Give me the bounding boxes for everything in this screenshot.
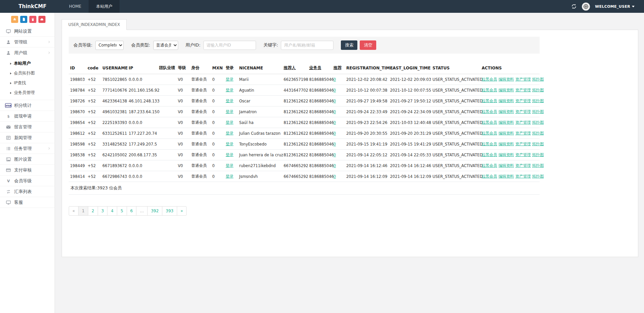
welcome-user-menu[interactable]: WELCOME_USER <box>595 4 635 9</box>
pagination-next[interactable]: » <box>177 206 187 216</box>
sidebar-subitem-member-topology[interactable]: 会员拓扑图 <box>0 68 55 78</box>
action-topology-link[interactable]: 拓扑图 <box>532 131 544 135</box>
action-topology-link[interactable]: 拓扑图 <box>532 109 544 114</box>
action-blacklist-link[interactable]: 拉黑会员 <box>482 152 497 157</box>
action-edit-profile-link[interactable]: 编辑资料 <box>498 120 514 125</box>
login-link[interactable]: 登录 <box>226 174 233 179</box>
pagination-page-4[interactable]: 4 <box>107 206 117 216</box>
action-blacklist-link[interactable]: 拉黑会员 <box>482 142 497 146</box>
recommend-count-link[interactable]: 0 <box>333 88 336 93</box>
action-edit-profile-link[interactable]: 编辑资料 <box>498 131 514 135</box>
action-blacklist-link[interactable]: 拉黑会员 <box>482 174 497 179</box>
login-link[interactable]: 登录 <box>226 98 233 103</box>
trash-quick-button[interactable] <box>29 16 36 23</box>
pagination-page-2[interactable]: 2 <box>88 206 98 216</box>
action-topology-link[interactable]: 拓扑图 <box>532 142 544 146</box>
login-link[interactable]: 登录 <box>226 109 233 114</box>
action-topology-link[interactable]: 拓扑图 <box>532 163 544 168</box>
action-asset-management-link[interactable]: 资产管理 <box>515 88 531 92</box>
sidebar-subitem-site-users[interactable]: 本站用户 <box>0 59 55 68</box>
sidebar-item-image-settings-row[interactable]: 图片设置 <box>0 154 55 164</box>
login-link[interactable]: 登录 <box>226 142 233 146</box>
login-link[interactable]: 登录 <box>226 131 233 135</box>
action-blacklist-link[interactable]: 拉黑会员 <box>482 77 497 82</box>
pagination-page-6[interactable]: 6 <box>127 206 137 216</box>
action-asset-management-link[interactable]: 资产管理 <box>515 98 531 103</box>
recommend-count-link[interactable]: 0 <box>333 120 336 125</box>
tab-user-index[interactable]: USER_INDEXADMIN_INDEX <box>62 19 127 30</box>
sidebar-subitem-salesman-management[interactable]: 业务员管理 <box>0 88 55 98</box>
sidebar-item-points-stats-row[interactable]: VISA积分统计 <box>0 100 55 111</box>
action-topology-link[interactable]: 拓扑图 <box>532 77 544 82</box>
action-blacklist-link[interactable]: 拉黑会员 <box>482 163 497 168</box>
docs-quick-button[interactable] <box>20 16 27 23</box>
action-asset-management-link[interactable]: 资产管理 <box>515 120 531 125</box>
action-asset-management-link[interactable]: 资产管理 <box>515 131 531 135</box>
user-id-input[interactable] <box>203 41 256 50</box>
action-topology-link[interactable]: 拓扑图 <box>532 174 544 179</box>
sidebar-item-site-settings-row[interactable]: 网站设置 <box>0 26 55 36</box>
sidebar-item-message-management-row[interactable]: 留言管理 <box>0 122 55 132</box>
sidebar-subitem-ip-search[interactable]: IP查找 <box>0 78 55 88</box>
recommend-count-link[interactable]: 0 <box>333 77 336 82</box>
action-asset-management-link[interactable]: 资产管理 <box>515 163 531 168</box>
action-topology-link[interactable]: 拓扑图 <box>532 98 544 103</box>
login-link[interactable]: 登录 <box>226 88 233 92</box>
action-blacklist-link[interactable]: 拉黑会员 <box>482 109 497 114</box>
login-link[interactable]: 登录 <box>226 77 233 82</box>
clear-button[interactable]: 清空 <box>360 40 376 50</box>
action-topology-link[interactable]: 拓扑图 <box>532 120 544 125</box>
member-type-select[interactable]: 普通会员 <box>153 41 178 50</box>
home-quick-button[interactable] <box>11 16 18 23</box>
nav-item-home[interactable]: HOME <box>62 0 89 13</box>
pagination-page-392[interactable]: 392 <box>147 206 162 216</box>
recommend-count-link[interactable]: 0 <box>333 131 336 136</box>
action-edit-profile-link[interactable]: 编辑资料 <box>498 77 514 82</box>
pagination-page-5[interactable]: 5 <box>117 206 127 216</box>
action-edit-profile-link[interactable]: 编辑资料 <box>498 109 514 114</box>
action-edit-profile-link[interactable]: 编辑资料 <box>498 88 514 92</box>
action-blacklist-link[interactable]: 拉黑会员 <box>482 120 497 125</box>
sidebar-item-user-group-row[interactable]: 用户组 <box>0 48 55 58</box>
action-topology-link[interactable]: 拓扑图 <box>532 152 544 157</box>
action-edit-profile-link[interactable]: 编辑资料 <box>498 98 514 103</box>
sidebar-item-withdraw-request-row[interactable]: $提现申请 <box>0 111 55 121</box>
login-link[interactable]: 登录 <box>226 163 233 168</box>
sidebar-item-news-management-row[interactable]: 新闻管理 <box>0 132 55 143</box>
column-header-referrer[interactable]: 推荐人 <box>282 62 308 74</box>
member-level-select[interactable]: Complete <box>95 41 124 50</box>
nav-item-site-users[interactable]: 本站用户 <box>89 0 120 13</box>
action-asset-management-link[interactable]: 资产管理 <box>515 77 531 82</box>
action-blacklist-link[interactable]: 拉黑会员 <box>482 98 497 103</box>
login-link[interactable]: 登录 <box>226 152 233 157</box>
sidebar-item-task-management-row[interactable]: 任务管理 <box>0 143 55 154</box>
sidebar-item-customer-service-row[interactable]: 客服 <box>0 197 55 208</box>
action-edit-profile-link[interactable]: 编辑资料 <box>498 142 514 146</box>
recommend-count-link[interactable]: 0 <box>333 174 336 179</box>
refresh-button[interactable] <box>571 4 577 9</box>
action-asset-management-link[interactable]: 资产管理 <box>515 174 531 179</box>
action-edit-profile-link[interactable]: 编辑资料 <box>498 174 514 179</box>
recommend-count-link[interactable]: 0 <box>333 163 336 168</box>
sidebar-item-admin-group-row[interactable]: 管理组 <box>0 37 55 47</box>
action-asset-management-link[interactable]: 资产管理 <box>515 109 531 114</box>
search-button[interactable]: 搜索 <box>341 40 357 50</box>
action-edit-profile-link[interactable]: 编辑资料 <box>498 163 514 168</box>
recommend-count-link[interactable]: 0 <box>333 142 336 147</box>
recommend-count-link[interactable]: 0 <box>333 109 336 114</box>
action-edit-profile-link[interactable]: 编辑资料 <box>498 152 514 157</box>
keyword-input[interactable] <box>281 41 333 50</box>
column-header-recommend[interactable]: 推荐 <box>332 62 345 74</box>
action-topology-link[interactable]: 拓扑图 <box>532 88 544 92</box>
action-asset-management-link[interactable]: 资产管理 <box>515 142 531 146</box>
action-blacklist-link[interactable]: 拉黑会员 <box>482 131 497 135</box>
sidebar-item-member-level-row[interactable]: V会员等级 <box>0 176 55 186</box>
sidebar-item-payment-review-row[interactable]: 支付审核 <box>0 165 55 175</box>
action-asset-management-link[interactable]: 资产管理 <box>515 152 531 157</box>
sidebar-item-exchange-rate-list-row[interactable]: 汇率列表 <box>0 186 55 197</box>
column-header-salesman[interactable]: 业务员 <box>308 62 332 74</box>
recommend-count-link[interactable]: 0 <box>333 99 336 103</box>
login-link[interactable]: 登录 <box>226 120 233 125</box>
pagination-page-3[interactable]: 3 <box>98 206 108 216</box>
recommend-count-link[interactable]: 0 <box>333 153 336 157</box>
